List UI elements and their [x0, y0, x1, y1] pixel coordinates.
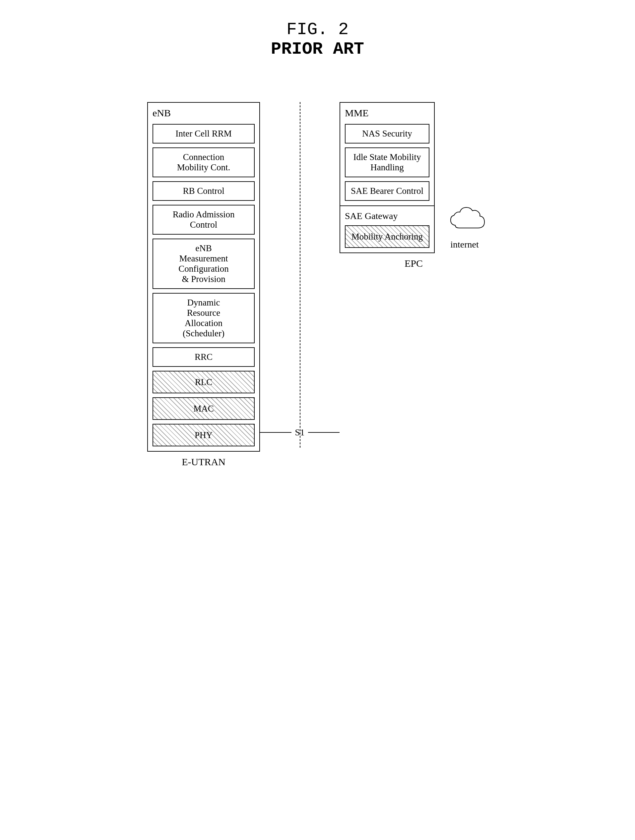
nas-security-box: NAS Security — [345, 124, 429, 144]
dynamic-resource-box: DynamicResourceAllocation(Scheduler) — [152, 293, 255, 343]
enb-label: eNB — [152, 107, 255, 118]
internet-section: internet — [441, 202, 488, 250]
epc-right-row: MME NAS Security Idle State MobilityHand… — [340, 102, 488, 253]
s1-line-row: S1 — [260, 427, 340, 438]
phy-box: PHY — [152, 424, 255, 446]
epc-section: MME NAS Security Idle State MobilityHand… — [340, 102, 488, 269]
diagram: eNB Inter Cell RRM ConnectionMobility Co… — [147, 102, 488, 467]
dashed-line — [300, 102, 301, 448]
enb-measurement-box: eNBMeasurementConfiguration& Provision — [152, 238, 255, 289]
eutran-label: E-UTRAN — [182, 456, 225, 467]
sae-gateway-section: SAE Gateway Mobility Anchoring — [340, 205, 435, 253]
cloud-icon — [441, 202, 488, 238]
s1-line-right — [308, 432, 340, 433]
s1-area: S1 — [260, 102, 340, 467]
sae-bearer-control-box: SAE Bearer Control — [345, 181, 429, 201]
rrc-box: RRC — [152, 347, 255, 367]
radio-admission-box: Radio AdmissionControl — [152, 205, 255, 235]
mme-label: MME — [345, 107, 429, 118]
epc-label: EPC — [405, 258, 423, 269]
rb-control-box: RB Control — [152, 181, 255, 201]
mobility-anchoring-box: Mobility Anchoring — [345, 225, 429, 248]
fig-label: FIG. 2 — [271, 20, 364, 39]
idle-state-mobility-box: Idle State MobilityHandling — [345, 147, 429, 177]
inter-cell-rrm-box: Inter Cell RRM — [152, 124, 255, 144]
connection-mobility-box: ConnectionMobility Cont. — [152, 147, 255, 177]
page-title: FIG. 2 PRIOR ART — [271, 20, 364, 59]
prior-art-label: PRIOR ART — [271, 39, 364, 59]
mme-gateway-wrapper: MME NAS Security Idle State MobilityHand… — [340, 102, 435, 253]
enb-box: eNB Inter Cell RRM ConnectionMobility Co… — [147, 102, 260, 452]
mme-box: MME NAS Security Idle State MobilityHand… — [340, 102, 435, 205]
s1-label: S1 — [295, 427, 305, 438]
eutran-section: eNB Inter Cell RRM ConnectionMobility Co… — [147, 102, 260, 467]
s1-line-left — [260, 432, 291, 433]
rlc-box: RLC — [152, 371, 255, 393]
internet-label: internet — [450, 239, 479, 250]
sae-gateway-label: SAE Gateway — [345, 211, 429, 221]
mac-box: MAC — [152, 397, 255, 420]
